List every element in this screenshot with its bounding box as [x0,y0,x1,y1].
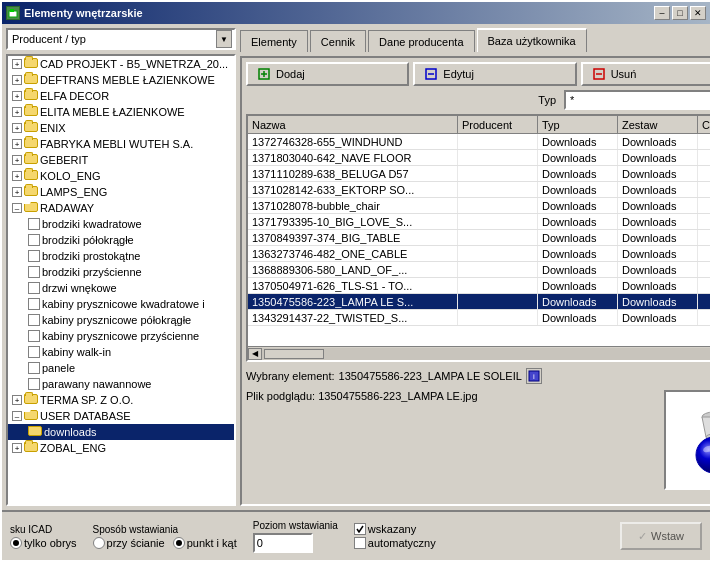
tree-item-terma[interactable]: + TERMA SP. Z O.O. [8,392,234,408]
table-row[interactable]: 1370504971-626_TLS-S1 - TO... Downloads … [248,278,710,294]
tree-item-elfa[interactable]: + ELFA DECOR [8,88,234,104]
toggle-icon[interactable]: + [12,139,22,149]
table-row[interactable]: 1371803040-642_NAVE FLOOR Downloads Down… [248,150,710,166]
cell-producent [458,246,538,261]
table-row[interactable]: 1371028142-633_EKTORP SO... Downloads Do… [248,182,710,198]
tree-item-elita[interactable]: + ELITA MEBLE ŁAZIENKOWE [8,104,234,120]
insert-mode-radio-group: przy ścianie punkt i kąt [93,537,237,549]
toggle-icon[interactable]: + [12,155,22,165]
cell-typ: Downloads [538,230,618,245]
toggle-icon[interactable]: + [12,75,22,85]
close-button[interactable]: ✕ [690,6,706,20]
tab-cennik[interactable]: Cennik [310,30,366,52]
maximize-button[interactable]: □ [672,6,688,20]
tree-item-fabryka[interactable]: + FABRYKA MEBLI WUTEH S.A. [8,136,234,152]
main-content: Producent / typ ▼ + CAD PROJEKT - B5_WNE… [2,24,710,510]
cell-nazwa: 1372746328-655_WINDHUND [248,134,458,149]
preview-area: Plik podglądu: 1350475586-223_LAMPA LE.j… [246,390,710,500]
tree-item-r2[interactable]: brodziki półokrągłe [8,232,234,248]
selected-element-value: 1350475586-223_LAMPA LE SOLEIL [339,370,522,382]
point-angle-radio[interactable]: punkt i kąt [173,537,237,549]
tab-elementy[interactable]: Elementy [240,30,308,52]
tree-item-userdb[interactable]: – USER DATABASE [8,408,234,424]
window-controls: – □ ✕ [654,6,706,20]
h-scrollbar[interactable]: ◀ ▶ [248,346,710,360]
tree-item-deftrans[interactable]: + DEFTRANS MEBLE ŁAZIENKOWE [8,72,234,88]
table-row[interactable]: 1368889306-580_LAND_OF_... Downloads Dow… [248,262,710,278]
element-info-icon[interactable]: i [526,368,542,384]
tree-item-r4[interactable]: brodziki przyścienne [8,264,234,280]
add-button[interactable]: Dodaj [246,62,409,86]
tree-item-r5[interactable]: drzwi wnękowe [8,280,234,296]
only-outline-radio[interactable]: tylko obrys [10,537,77,549]
toggle-icon[interactable]: – [12,203,22,213]
toggle-icon[interactable]: + [12,395,22,405]
indicated-checkbox[interactable]: wskazany [354,523,436,535]
toggle-icon[interactable]: + [12,107,22,117]
tree-item-downloads[interactable]: downloads [8,424,234,440]
minimize-button[interactable]: – [654,6,670,20]
toggle-icon[interactable]: + [12,187,22,197]
tree-item-r7[interactable]: kabiny prysznicowe półokrągłe [8,312,234,328]
tree-item-kolo[interactable]: + KOLO_ENG [8,168,234,184]
table-row-selected[interactable]: 1350475586-223_LAMPA LE S... Downloads D… [248,294,710,310]
folder-icon [24,74,38,86]
folder-open-icon [24,410,38,422]
col-header-cena[interactable]: Cena [698,116,710,133]
wall-radio[interactable]: przy ścianie [93,537,165,549]
cell-typ: Downloads [538,262,618,277]
tree-item-geberit[interactable]: + GEBERIT [8,152,234,168]
cell-zestaw: Downloads [618,182,698,197]
delete-button[interactable]: Usuń [581,62,710,86]
toggle-icon[interactable]: + [12,171,22,181]
level-input[interactable] [253,533,313,553]
col-header-zestaw[interactable]: Zestaw [618,116,698,133]
producer-type-combo[interactable]: Producent / typ ▼ [6,28,236,50]
table-row[interactable]: 1370849397-374_BIG_TABLE Downloads Downl… [248,230,710,246]
left-panel: Producent / typ ▼ + CAD PROJEKT - B5_WNE… [6,28,236,506]
cell-cena [698,134,710,149]
table-row[interactable]: 1363273746-482_ONE_CABLE Downloads Downl… [248,246,710,262]
tree-item-r10[interactable]: panele [8,360,234,376]
col-header-nazwa[interactable]: Nazwa [248,116,458,133]
tree-view[interactable]: + CAD PROJEKT - B5_WNETRZA_20... + DEFTR… [6,54,236,506]
table-row[interactable]: 1371028078-bubble_chair Downloads Downlo… [248,198,710,214]
tree-item-cad[interactable]: + CAD PROJEKT - B5_WNETRZA_20... [8,56,234,72]
table-row[interactable]: 1343291437-22_TWISTED_S... Downloads Dow… [248,310,710,326]
insert-button[interactable]: ✓ Wstaw [620,522,702,550]
delete-label: Usuń [611,68,637,80]
tree-item-r3[interactable]: brodziki prostokątne [8,248,234,264]
cell-zestaw: Downloads [618,294,698,309]
h-scroll-thumb[interactable] [264,349,324,359]
toggle-icon[interactable]: + [12,123,22,133]
tree-item-zobal[interactable]: + ZOBAL_ENG [8,440,234,456]
edit-button[interactable]: Edytuj [413,62,576,86]
tab-dane-producenta[interactable]: Dane producenta [368,30,474,52]
tree-item-enix[interactable]: + ENIX [8,120,234,136]
scroll-left-btn[interactable]: ◀ [248,348,262,360]
tree-item-lamps[interactable]: + LAMPS_ENG [8,184,234,200]
toggle-icon[interactable]: – [12,411,22,421]
tree-label: kabiny prysznicowe kwadratowe i [42,298,205,310]
doc-icon [28,282,40,294]
tree-label: brodziki kwadratowe [42,218,142,230]
type-filter-combo[interactable]: * ▼ [564,90,710,110]
cell-typ: Downloads [538,150,618,165]
toggle-icon[interactable]: + [12,91,22,101]
tree-item-r11[interactable]: parawany nawannowe [8,376,234,392]
tree-item-radaway[interactable]: – RADAWAY [8,200,234,216]
tab-baza-uzytkownika[interactable]: Baza użytkownika [477,28,587,52]
tree-item-r8[interactable]: kabiny prysznicowe przyścienne [8,328,234,344]
col-header-typ[interactable]: Typ [538,116,618,133]
toggle-icon[interactable]: + [12,59,22,69]
cell-producent [458,134,538,149]
toggle-icon[interactable]: + [12,443,22,453]
tree-item-r9[interactable]: kabiny walk-in [8,344,234,360]
tree-item-r1[interactable]: brodziki kwadratowe [8,216,234,232]
table-row[interactable]: 1372746328-655_WINDHUND Downloads Downlo… [248,134,710,150]
automatic-checkbox[interactable]: automatyczny [354,537,436,549]
table-row[interactable]: 1371793395-10_BIG_LOVE_S... Downloads Do… [248,214,710,230]
table-row[interactable]: 1371110289-638_BELUGA D57 Downloads Down… [248,166,710,182]
tree-item-r6[interactable]: kabiny prysznicowe kwadratowe i [8,296,234,312]
col-header-producent[interactable]: Producent [458,116,538,133]
